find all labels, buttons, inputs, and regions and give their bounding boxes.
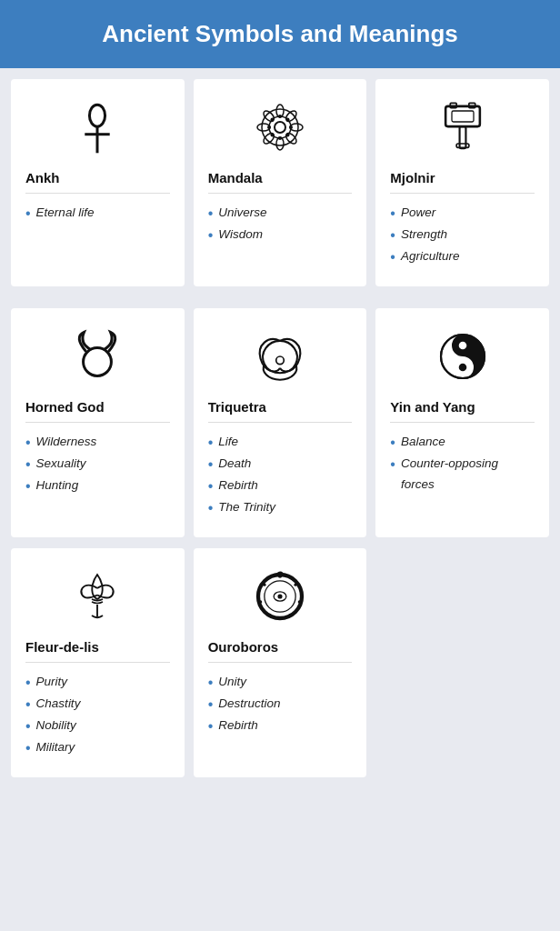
list-item: Nobility bbox=[25, 716, 80, 737]
svg-rect-27 bbox=[452, 111, 474, 122]
svg-rect-26 bbox=[456, 144, 469, 147]
list-item: Rebirth bbox=[208, 716, 281, 737]
card-mandala: Mandala Universe Wisdom bbox=[194, 79, 367, 286]
svg-point-20 bbox=[285, 118, 289, 122]
svg-point-12 bbox=[285, 109, 299, 124]
svg-point-11 bbox=[285, 132, 299, 146]
list-item: Counter-opposing forces bbox=[390, 454, 535, 496]
card-triquetra: Triquetra Life Death Rebirth The Trinity bbox=[194, 308, 367, 537]
triquetra-name: Triquetra bbox=[208, 399, 266, 415]
symbol-grid-row1: Ankh Eternal life bbox=[0, 68, 560, 297]
mandala-divider bbox=[208, 193, 353, 194]
mandala-icon bbox=[208, 95, 353, 159]
svg-point-0 bbox=[90, 105, 105, 126]
ouroboros-divider bbox=[208, 662, 353, 663]
list-item: Hunting bbox=[25, 476, 96, 497]
card-horned-god: Horned God Wilderness Sexuality Hunting bbox=[11, 308, 185, 537]
list-item: Life bbox=[208, 432, 275, 454]
symbol-grid-row2: Horned God Wilderness Sexuality Hunting bbox=[0, 297, 560, 548]
list-item: Death bbox=[208, 454, 275, 476]
horned-god-divider bbox=[25, 422, 170, 423]
yin-yang-divider bbox=[390, 422, 535, 423]
list-item: Agriculture bbox=[390, 246, 459, 268]
svg-point-38 bbox=[277, 594, 282, 598]
list-item: Unity bbox=[208, 672, 281, 694]
svg-point-44 bbox=[259, 600, 262, 603]
svg-point-42 bbox=[288, 614, 291, 616]
svg-point-40 bbox=[294, 583, 296, 586]
svg-point-32 bbox=[458, 364, 466, 372]
horned-god-name: Horned God bbox=[25, 399, 105, 415]
horned-god-meanings: Wilderness Sexuality Hunting bbox=[25, 432, 96, 497]
ouroboros-icon bbox=[208, 565, 353, 628]
list-item: Balance bbox=[390, 432, 535, 454]
card-mjolnir: Mjolnir Power Strength Agriculture bbox=[375, 79, 549, 286]
list-item: Rebirth bbox=[208, 476, 275, 497]
mjolnir-name: Mjolnir bbox=[390, 170, 435, 185]
list-item: Destruction bbox=[208, 694, 281, 716]
card-ankh: Ankh Eternal life bbox=[11, 79, 185, 286]
ouroboros-meanings: Unity Destruction Rebirth bbox=[208, 672, 281, 737]
ankh-name: Ankh bbox=[25, 170, 60, 185]
svg-point-16 bbox=[267, 125, 271, 129]
mjolnir-icon bbox=[390, 95, 535, 159]
list-item: Wisdom bbox=[208, 225, 267, 246]
svg-rect-25 bbox=[459, 126, 465, 148]
triquetra-divider bbox=[208, 422, 353, 423]
list-item: Wilderness bbox=[25, 432, 96, 454]
svg-point-45 bbox=[263, 583, 265, 586]
horned-god-icon bbox=[25, 325, 170, 388]
svg-point-28 bbox=[84, 348, 112, 376]
page-header: Ancient Symbols and Meanings bbox=[0, 0, 560, 68]
list-item: Military bbox=[25, 737, 80, 759]
svg-point-13 bbox=[262, 132, 276, 146]
ankh-divider bbox=[25, 193, 170, 194]
svg-rect-22 bbox=[445, 106, 480, 126]
svg-point-18 bbox=[270, 118, 274, 122]
svg-point-19 bbox=[285, 134, 289, 137]
mandala-meanings: Universe Wisdom bbox=[208, 203, 267, 246]
card-yin-yang: Yin and Yang Balance Counter-opposing fo… bbox=[375, 308, 549, 537]
ankh-meanings: Eternal life bbox=[25, 203, 94, 225]
list-item: Power bbox=[390, 203, 459, 225]
triquetra-meanings: Life Death Rebirth The Trinity bbox=[208, 432, 275, 519]
svg-point-15 bbox=[278, 136, 282, 140]
svg-point-21 bbox=[270, 134, 274, 137]
ankh-icon bbox=[25, 95, 170, 159]
page-title: Ancient Symbols and Meanings bbox=[18, 20, 542, 48]
svg-point-10 bbox=[262, 109, 276, 124]
symbol-grid-row3: Fleur-de-lis Purity Chastity Nobility Mi… bbox=[0, 548, 560, 788]
svg-point-43 bbox=[268, 614, 271, 616]
card-ouroboros: Ouroboros Unity Destruction Rebirth bbox=[194, 548, 367, 777]
yin-yang-name: Yin and Yang bbox=[390, 399, 475, 415]
fleur-de-lis-divider bbox=[25, 662, 170, 663]
mjolnir-divider bbox=[390, 193, 535, 194]
list-item: Sexuality bbox=[25, 454, 96, 476]
card-fleur-de-lis: Fleur-de-lis Purity Chastity Nobility Mi… bbox=[11, 548, 185, 777]
list-item: Universe bbox=[208, 203, 267, 225]
mjolnir-meanings: Power Strength Agriculture bbox=[390, 203, 459, 268]
mandala-name: Mandala bbox=[208, 170, 263, 185]
fleur-de-lis-meanings: Purity Chastity Nobility Military bbox=[25, 672, 80, 759]
list-item: Chastity bbox=[25, 694, 80, 716]
list-item: The Trinity bbox=[208, 497, 275, 519]
svg-point-41 bbox=[298, 600, 301, 603]
list-item: Purity bbox=[25, 672, 80, 694]
svg-point-3 bbox=[275, 122, 285, 133]
ouroboros-name: Ouroboros bbox=[208, 639, 279, 655]
svg-point-31 bbox=[458, 342, 466, 350]
triquetra-icon bbox=[208, 325, 353, 388]
empty-slot bbox=[375, 548, 549, 777]
fleur-de-lis-icon bbox=[25, 565, 170, 628]
fleur-de-lis-name: Fleur-de-lis bbox=[25, 639, 99, 655]
list-item: Strength bbox=[390, 225, 459, 246]
svg-point-14 bbox=[278, 115, 282, 118]
svg-point-17 bbox=[289, 125, 293, 129]
svg-point-29 bbox=[276, 356, 285, 365]
list-item: Eternal life bbox=[25, 203, 94, 225]
yin-yang-meanings: Balance Counter-opposing forces bbox=[390, 432, 535, 496]
yin-yang-icon bbox=[390, 325, 535, 388]
